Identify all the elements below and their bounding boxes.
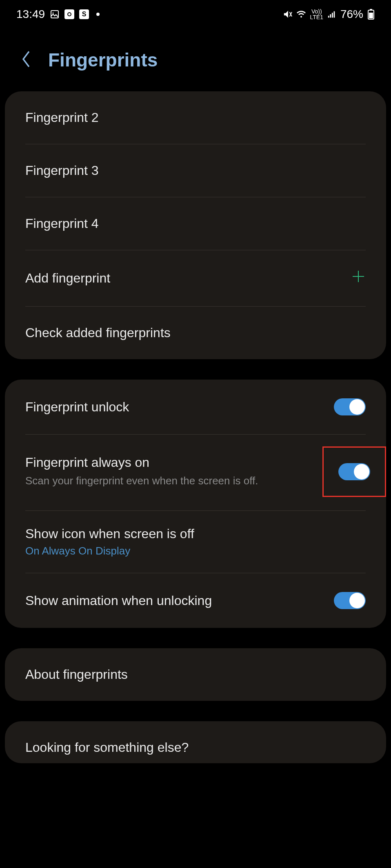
fingerprint-always-on-toggle[interactable] — [338, 463, 370, 480]
status-right: Vo)) LTE1 76% — [283, 8, 375, 21]
fingerprint-label: Fingerprint 2 — [25, 110, 99, 125]
more-dot-icon — [96, 13, 100, 16]
battery-icon — [367, 9, 375, 20]
add-fingerprint-item[interactable]: Add fingerprint — [5, 250, 386, 306]
show-icon-item[interactable]: Show icon when screen is off On Always O… — [5, 511, 386, 573]
plus-icon — [351, 269, 366, 287]
fingerprint-always-on-subtitle: Scan your fingerprint even when the scre… — [25, 473, 270, 488]
fingerprint-item-4[interactable]: Fingerprint 4 — [5, 197, 386, 250]
app-icon-2: S — [79, 9, 89, 19]
status-time: 13:49 — [16, 8, 45, 21]
battery-percent: 76% — [340, 8, 363, 21]
show-animation-label: Show animation when unlocking — [25, 593, 334, 608]
show-animation-toggle[interactable] — [334, 592, 366, 609]
fingerprint-item-3[interactable]: Fingerprint 3 — [5, 144, 386, 197]
wifi-icon — [296, 9, 306, 19]
signal-icon — [327, 10, 336, 19]
header: Fingerprints — [0, 29, 391, 91]
fingerprint-always-on-item[interactable]: Fingerprint always on Scan your fingerpr… — [5, 435, 386, 510]
back-button[interactable] — [20, 49, 32, 71]
check-fingerprints-item[interactable]: Check added fingerprints — [5, 307, 386, 359]
looking-card: Looking for something else? — [5, 721, 386, 763]
show-icon-subtitle: On Always On Display — [25, 545, 366, 557]
svg-rect-4 — [330, 14, 331, 18]
fingerprint-always-on-label: Fingerprint always on — [25, 455, 322, 470]
looking-label: Looking for something else? — [25, 740, 189, 755]
highlight-annotation — [322, 446, 386, 497]
show-animation-item[interactable]: Show animation when unlocking — [5, 573, 386, 628]
about-fingerprints-item[interactable]: About fingerprints — [5, 648, 386, 701]
fingerprint-item-2[interactable]: Fingerprint 2 — [5, 91, 386, 144]
svg-rect-6 — [334, 11, 335, 18]
mute-icon — [283, 10, 292, 19]
svg-rect-8 — [370, 9, 372, 10]
about-card: About fingerprints — [5, 648, 386, 701]
toggle-knob — [349, 593, 365, 608]
fingerprint-label: Fingerprint 3 — [25, 163, 99, 178]
network-label: Vo)) LTE1 — [310, 9, 323, 20]
add-fingerprint-label: Add fingerprint — [25, 271, 110, 286]
fingerprint-unlock-label: Fingerprint unlock — [25, 400, 334, 415]
svg-rect-9 — [369, 13, 373, 18]
fingerprint-settings-card: Fingerprint unlock Fingerprint always on… — [5, 380, 386, 628]
looking-item[interactable]: Looking for something else? — [5, 721, 386, 763]
toggle-knob — [349, 399, 365, 415]
toggle-knob — [354, 464, 369, 479]
svg-rect-0 — [51, 11, 58, 18]
svg-rect-3 — [328, 16, 329, 18]
check-fingerprints-label: Check added fingerprints — [25, 325, 171, 340]
page-title: Fingerprints — [48, 49, 158, 71]
fingerprint-unlock-toggle[interactable] — [334, 398, 366, 415]
fingerprint-unlock-item[interactable]: Fingerprint unlock — [5, 380, 386, 434]
status-left: 13:49 S — [16, 8, 100, 21]
fingerprint-label: Fingerprint 4 — [25, 216, 99, 231]
svg-rect-5 — [332, 13, 333, 18]
about-fingerprints-label: About fingerprints — [25, 667, 128, 682]
app-icon-1 — [64, 9, 74, 19]
svg-point-2 — [68, 13, 71, 16]
gallery-icon — [50, 9, 60, 19]
fingerprints-list-card: Fingerprint 2 Fingerprint 3 Fingerprint … — [5, 91, 386, 359]
status-bar: 13:49 S Vo)) LTE1 76% — [0, 0, 391, 29]
show-icon-label: Show icon when screen is off — [25, 526, 366, 541]
svg-point-1 — [53, 13, 54, 14]
